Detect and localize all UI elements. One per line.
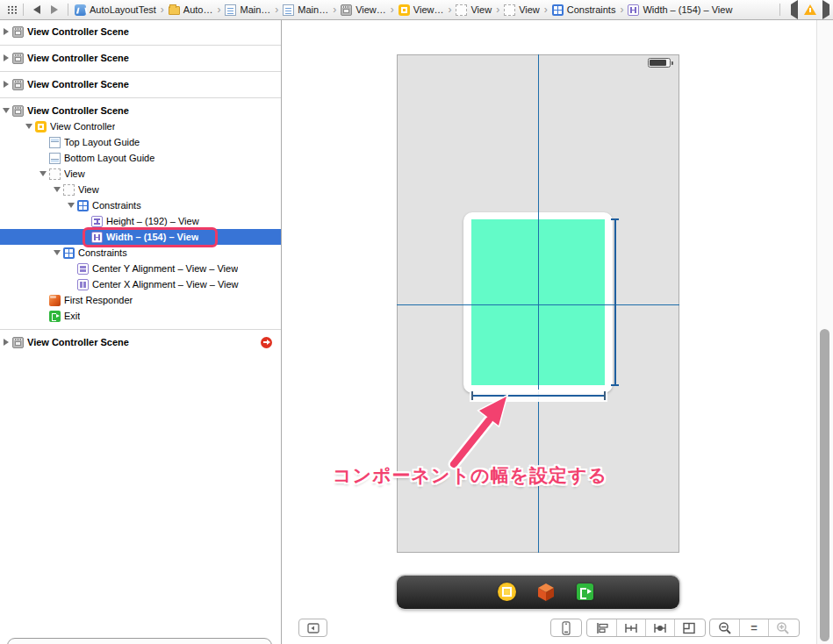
disclosure-expanded-icon[interactable] [51, 250, 63, 255]
next-issue-button[interactable] [822, 4, 829, 15]
scene-icon [12, 53, 24, 64]
scene-icon [12, 105, 24, 117]
zoom-button-group: = [709, 619, 800, 637]
outline-row-exit[interactable]: Exit [0, 308, 281, 324]
chevron-right-icon: › [214, 4, 223, 16]
separator [0, 97, 281, 98]
disclosure-collapsed-icon[interactable] [0, 339, 12, 346]
width-constraint-ibeam-selected[interactable] [471, 391, 606, 400]
outline-row-scene-5[interactable]: View Controller Scene [0, 334, 281, 350]
breadcrumb-view2[interactable]: View [502, 4, 542, 16]
breadcrumb-label: View… [413, 4, 444, 15]
view-icon [63, 184, 75, 196]
previous-issue-button[interactable] [791, 4, 798, 15]
resizing-behavior-button[interactable] [674, 619, 703, 636]
first-responder-icon [49, 295, 61, 306]
disclosure-expanded-icon[interactable] [65, 203, 77, 208]
outline-label: First Responder [64, 295, 133, 305]
outline-row-scene-4[interactable]: View Controller Scene [0, 103, 281, 118]
breadcrumb-label: Constraints [567, 4, 616, 15]
disclosure-collapsed-icon[interactable] [0, 81, 12, 88]
document-outline: View Controller Scene View Controller Sc… [0, 20, 282, 644]
chevron-right-icon: › [158, 4, 167, 16]
zoom-in-button[interactable] [768, 619, 797, 636]
constraints-icon [63, 247, 75, 259]
disclosure-collapsed-icon[interactable] [0, 28, 12, 35]
disclosure-expanded-icon[interactable] [37, 171, 49, 176]
breadcrumb-view-controller[interactable]: View… [397, 4, 446, 16]
separator [0, 71, 281, 72]
center-y-guide-line[interactable] [397, 304, 679, 305]
xcode-interface-builder-window: AutoLayoutTest › Auto… › Main… › Main… ›… [0, 0, 833, 644]
zoom-out-button[interactable] [710, 619, 739, 636]
outline-label: View Controller Scene [27, 53, 129, 63]
align-button[interactable] [587, 619, 616, 636]
annotation-text: コンポーネントの幅を設定する [333, 463, 614, 488]
outline-row-view[interactable]: View [0, 166, 281, 182]
outline-row-constraints-2[interactable]: Constraints [0, 245, 281, 261]
scene-icon [12, 79, 24, 90]
disclosure-collapsed-icon[interactable] [0, 54, 12, 61]
back-button[interactable] [28, 5, 46, 14]
breadcrumb-storyboard2[interactable]: Main… [281, 4, 330, 16]
first-responder-dock-icon[interactable] [535, 582, 557, 603]
chevron-right-icon: › [330, 4, 339, 16]
chevron-right-icon: › [388, 4, 397, 16]
view-icon [49, 168, 61, 180]
outline-label: Bottom Layout Guide [64, 153, 154, 163]
scrollbar-thumb[interactable] [820, 329, 829, 641]
warning-icon[interactable] [804, 4, 816, 15]
breadcrumb-constraints[interactable]: Constraints [550, 4, 618, 16]
outline-row-scene-3[interactable]: View Controller Scene [0, 76, 281, 92]
breadcrumb-scene[interactable]: View… [339, 4, 388, 16]
exit-dock-icon[interactable] [577, 583, 593, 600]
outline-toggle-button[interactable] [298, 619, 327, 637]
resolve-issues-button[interactable] [645, 619, 674, 636]
outline-row-center-x[interactable]: Center X Alignment – View – View [0, 276, 281, 292]
device-config-button[interactable] [550, 619, 582, 637]
outline-row-width-constraint-selected[interactable]: Width – (154) – View [0, 229, 281, 245]
height-constraint-ibeam[interactable] [611, 218, 619, 386]
breadcrumb-label: View [470, 4, 492, 15]
outline-label: Exit [64, 311, 80, 321]
outline-row-scene-1[interactable]: View Controller Scene [0, 24, 281, 39]
outline-row-view-inner[interactable]: View [0, 182, 281, 197]
outline-row-first-responder[interactable]: First Responder [0, 292, 281, 308]
outline-row-constraints-1[interactable]: Constraints [0, 197, 281, 213]
forward-button[interactable] [46, 5, 63, 14]
outline-filter-field[interactable] [7, 638, 272, 644]
outline-label: View Controller [50, 121, 115, 132]
autolayout-button-group [586, 619, 706, 637]
pin-button[interactable] [616, 619, 645, 636]
divider [23, 4, 24, 16]
breadcrumb-group[interactable]: Auto… [167, 4, 215, 15]
breadcrumb-view[interactable]: View [454, 4, 493, 16]
breadcrumb-storyboard[interactable]: Main… [223, 4, 272, 16]
view-controller-icon [35, 121, 47, 132]
view-icon [456, 4, 467, 16]
outline-label: Width – (154) – View [106, 232, 198, 242]
disclosure-expanded-icon[interactable] [23, 124, 35, 129]
breadcrumb-project[interactable]: AutoLayoutTest [73, 4, 158, 16]
outline-row-height-constraint[interactable]: Height – (192) – View [0, 213, 281, 229]
related-items-icon[interactable] [7, 5, 18, 14]
canvas-area: コンポーネントの幅を設定する [282, 20, 833, 644]
divider [779, 4, 780, 16]
outline-row-view-controller[interactable]: View Controller [0, 118, 281, 134]
disclosure-expanded-icon[interactable] [51, 187, 63, 192]
chevron-right-icon: › [493, 4, 502, 16]
disclosure-expanded-icon[interactable] [0, 108, 12, 113]
outline-row-bottom-layout-guide[interactable]: Bottom Layout Guide [0, 150, 281, 166]
outline-row-center-y[interactable]: Center Y Alignment – View – View [0, 261, 281, 276]
outline-row-scene-2[interactable]: View Controller Scene [0, 50, 281, 66]
zoom-fit-label: = [750, 622, 758, 633]
view-controller-dock-icon[interactable] [498, 583, 516, 601]
outline-label: Height – (192) – View [106, 216, 199, 226]
storyboard-entry-point-icon[interactable] [261, 337, 272, 348]
outline-label: Center X Alignment – View – View [92, 279, 239, 290]
outline-row-top-layout-guide[interactable]: Top Layout Guide [0, 134, 281, 150]
outline-label: Top Layout Guide [64, 137, 140, 147]
breadcrumb-width-constraint[interactable]: Width – (154) – View [626, 4, 734, 16]
center-y-alignment-icon [77, 263, 89, 275]
zoom-fit-button[interactable]: = [739, 619, 768, 636]
